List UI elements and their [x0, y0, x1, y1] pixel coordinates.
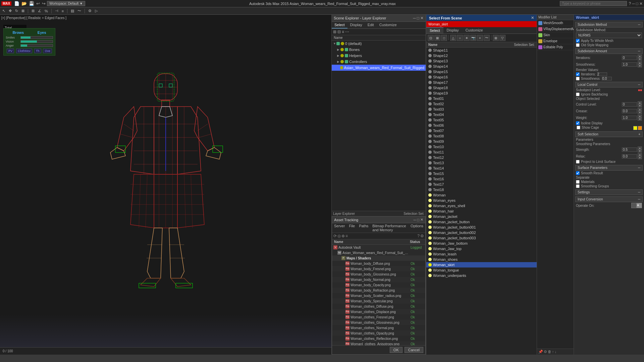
tb-cameras-btn[interactable]: 📷	[470, 35, 476, 41]
subdivision-method-header[interactable]: Subdivision Method ─	[575, 22, 643, 27]
close-icon[interactable]: ✕	[639, 1, 643, 6]
relax-down[interactable]: ▼	[638, 156, 642, 159]
at-minimize-btn[interactable]: ─	[414, 218, 416, 222]
control-level-input[interactable]: 0	[622, 102, 637, 107]
expand-arrow-helpers[interactable]: ▶	[337, 54, 340, 57]
rp-item-shape13[interactable]: Shape13	[426, 58, 537, 64]
smoothing-groups-checkbox[interactable]	[576, 184, 580, 188]
rp-item-skirt[interactable]: Woman_skirt	[426, 262, 537, 267]
mp-skin[interactable]: Skin	[537, 32, 574, 38]
tree-item-main-object[interactable]: Asian_Woman_wears_Red_Formal_Suit_Rigged	[332, 65, 426, 71]
move-tool[interactable]: ✥	[8, 9, 13, 13]
tab-se-display[interactable]: Display	[347, 22, 365, 28]
rp-item-jacket-button001[interactable]: Woman_jacket_button001	[426, 225, 537, 230]
mirror-tool[interactable]: ⊣	[54, 9, 59, 13]
at-file-fresnel[interactable]: Pm Woman_body_Fresnel.png Ok	[332, 266, 425, 272]
rp-item-text15[interactable]: Text15	[426, 171, 537, 176]
at-file-clothes-displace[interactable]: Pm Woman_clothes_Displace.png Ok	[332, 309, 425, 314]
rp-item-text05[interactable]: Text05	[426, 117, 537, 123]
rp-item-shape11[interactable]: Shape11	[426, 48, 537, 53]
iterations-up[interactable]: ▲	[638, 55, 642, 58]
crease-input[interactable]: 0.0	[622, 109, 637, 113]
at-file-clothes-glossiness[interactable]: Pm Woman_clothes_Glossiness.png Ok	[332, 320, 425, 325]
strength-down[interactable]: ▼	[638, 149, 642, 153]
smoothness-input[interactable]: 1.0	[622, 62, 637, 67]
expand-arrow-bones[interactable]: ▶	[337, 48, 340, 51]
th-button[interactable]: Th	[34, 49, 41, 53]
at-locate-icon[interactable]: ◎	[337, 234, 341, 238]
crease-down[interactable]: ▼	[638, 111, 642, 114]
mp-config-icon[interactable]: ⚙	[544, 350, 547, 354]
subdivision-amount-header[interactable]: Subdivision Amount ─	[575, 48, 643, 54]
new-icon[interactable]: 📄	[13, 1, 20, 6]
at-file-normal[interactable]: Pm Woman_body_Normal.png Ok	[332, 277, 425, 282]
tb-invert-btn[interactable]: ⊠	[434, 35, 440, 41]
expand-arrow[interactable]: ▼	[333, 42, 336, 45]
at-menu-file[interactable]: File	[347, 223, 357, 233]
mp-editable-poly[interactable]: Editable Poly	[537, 44, 574, 50]
at-file-opacity[interactable]: Pm Woman_body_Opacity.png Ok	[332, 282, 425, 288]
at-file-diffuse[interactable]: Pm Woman_body_Diffuse.png Ok	[332, 261, 425, 266]
percent-snap[interactable]: %	[44, 9, 49, 13]
show-cage-checkbox[interactable]	[577, 126, 580, 129]
rp-item-text09[interactable]: Text09	[426, 139, 537, 144]
rp-item-leash[interactable]: Woman_leash	[426, 251, 537, 257]
tree-item-default[interactable]: ▼ 0 (default)	[332, 41, 426, 47]
relax-up[interactable]: ▲	[638, 153, 642, 156]
rp-item-text03[interactable]: Text03	[426, 107, 537, 112]
mp-pin-icon[interactable]: 📌	[538, 350, 543, 354]
angle-snap[interactable]: ∠	[37, 9, 42, 13]
rp-item-text13[interactable]: Text13	[426, 160, 537, 166]
at-file-clothes-diffuse[interactable]: Pm Woman_clothes_Diffuse.png Ok	[332, 304, 425, 309]
rp-item-shape17[interactable]: Shape17	[426, 80, 537, 85]
scale-tool[interactable]: ⊠	[20, 9, 25, 13]
rp-item-jacket-button002[interactable]: Woman_jacket_button002	[426, 230, 537, 235]
smooth-result-checkbox[interactable]	[576, 171, 580, 175]
tb-shapes-btn[interactable]: ○	[457, 35, 463, 41]
tab-se-customize[interactable]: Customize	[377, 22, 399, 28]
rp-item-shoes[interactable]: Woman_shoes	[426, 257, 537, 262]
at-file-specular[interactable]: Pm Woman_body_Specular.png Ok	[332, 298, 425, 304]
cage-color-2[interactable]	[638, 126, 642, 130]
tab-sfs-display[interactable]: Display	[443, 27, 462, 34]
at-maps-folder[interactable]: F Maps / Shaders	[332, 255, 425, 261]
at-ok-button[interactable]: OK	[390, 347, 402, 353]
rp-item-shape15[interactable]: Shape15	[426, 69, 537, 74]
at-settings-icon[interactable]: ⚙	[420, 234, 424, 238]
at-help-icon[interactable]: ?	[417, 234, 420, 238]
at-copy-icon[interactable]: ⊕	[341, 234, 345, 238]
tree-item-bones[interactable]: ▶ Bones	[332, 47, 426, 53]
mp-delete-icon[interactable]: 🗑	[548, 350, 551, 354]
mp-meshsmooth[interactable]: MeshSmooth	[537, 20, 574, 26]
tb-none-btn[interactable]: □	[441, 35, 447, 41]
at-main-file[interactable]: M Asian_Woman_wears_Red_Formal_Suit_Rigg…	[332, 250, 425, 255]
smoothness-up[interactable]: ▲	[638, 61, 642, 64]
tree-item-controllers[interactable]: ▶ Controllers	[332, 59, 426, 65]
rp-item-text14[interactable]: Text14	[426, 166, 537, 171]
local-control-header[interactable]: Local Control ─	[575, 82, 643, 87]
rp-item-jaw-top[interactable]: Woman_Jaw_top	[426, 246, 537, 251]
at-file-clothes-anisotropy[interactable]: Pm WomanI_clothes_Anisotropy.png Ok	[332, 341, 425, 345]
sfs-object-list[interactable]: Shape11 Shape12 Shape13 Shape14 Shape15 …	[426, 48, 537, 355]
mp-vray-displacement[interactable]: VRayDisplacementMod	[537, 26, 574, 32]
tb-helpers-btn[interactable]: +	[477, 35, 483, 41]
rp-item-text17[interactable]: Text17	[426, 182, 537, 187]
render-setup-icon[interactable]: ⚙	[87, 9, 93, 13]
tb-lights-btn[interactable]: ☀	[464, 35, 470, 41]
tab-sfs-customize[interactable]: Customize	[462, 27, 486, 34]
rp-item-text12[interactable]: Text12	[426, 155, 537, 160]
render-icon[interactable]: ▷	[94, 9, 99, 13]
at-file-glossiness[interactable]: Pm Woman_body_Glossiness.png Ok	[332, 272, 425, 277]
at-menu-bitmap[interactable]: Bitmap Performance and Memory	[370, 223, 409, 233]
isoline-display-checkbox[interactable]	[576, 121, 580, 125]
at-refresh-icon[interactable]: ⟳	[333, 234, 337, 238]
weight-down[interactable]: ▼	[638, 118, 642, 121]
rp-item-jaw-bottom[interactable]: Woman_Jaw_bottom	[426, 241, 537, 246]
rp-item-jacket-button003[interactable]: Woman_jacket_button003	[426, 235, 537, 241]
materials-checkbox[interactable]	[576, 180, 580, 184]
tab-sfs-select[interactable]: Select	[426, 27, 443, 34]
se-close-btn[interactable]: ✕	[420, 16, 424, 20]
at-file-scatter[interactable]: Pm Woman_body_Scatter_radius.png Ok	[332, 293, 425, 298]
undo-icon[interactable]: ↩	[36, 1, 41, 6]
rp-item-text11[interactable]: Text11	[426, 149, 537, 155]
